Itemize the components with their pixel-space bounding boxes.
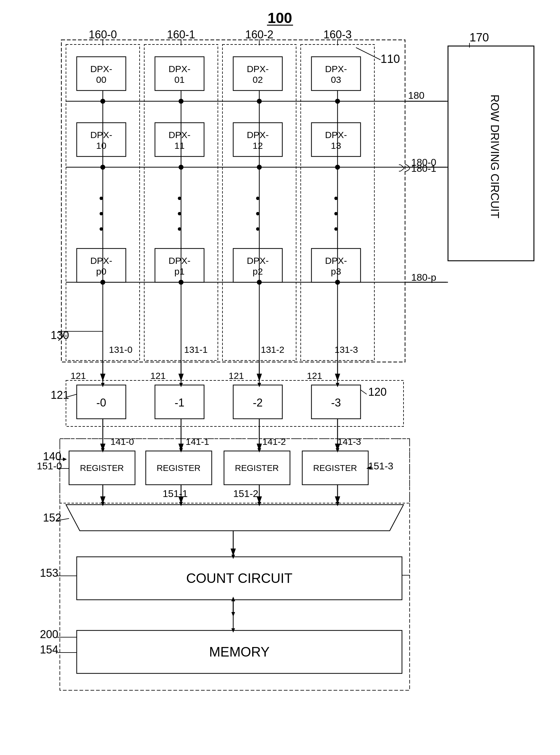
- dpx-p0-num: p0: [96, 266, 106, 277]
- label-151-1: 151-1: [163, 488, 188, 499]
- svg-point-36: [100, 165, 105, 170]
- svg-point-32: [100, 99, 105, 104]
- label-121-0: 121: [71, 371, 86, 381]
- label-154: 154: [40, 643, 58, 656]
- label-160-2: 160-2: [245, 28, 274, 41]
- label-131-0: 131-0: [109, 345, 133, 355]
- dpx-p0-label: DPX-: [90, 256, 112, 266]
- label-121-3: 121: [307, 371, 322, 381]
- dpx-03-num: 03: [331, 75, 341, 85]
- label-131-3: 131-3: [335, 345, 358, 355]
- label-120: 120: [368, 386, 387, 398]
- label-180-p: 180-p: [411, 272, 436, 283]
- count-circuit-label: COUNT CIRCUIT: [186, 571, 293, 586]
- svg-point-33: [179, 99, 183, 104]
- svg-point-41: [179, 280, 183, 285]
- svg-point-42: [257, 280, 262, 285]
- adc-1-label: -1: [175, 396, 184, 409]
- dpx-p2-label: DPX-: [247, 256, 269, 266]
- dpx-00-num: 00: [96, 75, 106, 85]
- adc-3-label: -3: [331, 396, 341, 409]
- dpx-02-label: DPX-: [247, 64, 269, 74]
- dpx-02-num: 02: [253, 75, 263, 85]
- label-121-1: 121: [151, 371, 166, 381]
- register-3-label: REGISTER: [313, 463, 357, 473]
- svg-marker-63: [63, 457, 67, 461]
- label-131-2: 131-2: [261, 345, 284, 355]
- label-121-2: 121: [228, 371, 244, 381]
- label-141-1: 141-1: [186, 436, 209, 447]
- label-151-2: 151-2: [233, 488, 258, 499]
- label-151-3: 151-3: [368, 461, 393, 471]
- label-151-0: 151-0: [37, 461, 62, 471]
- dpx-01-num: 01: [174, 75, 184, 85]
- register-2-label: REGISTER: [235, 463, 279, 473]
- dpx-13-num: 13: [331, 141, 341, 151]
- label-141-3: 141-3: [338, 436, 361, 447]
- dpx-11-num: 11: [174, 141, 184, 151]
- label-180: 180: [408, 90, 424, 101]
- label-141-2: 141-2: [262, 436, 286, 447]
- memory-label: MEMORY: [209, 644, 269, 659]
- svg-marker-80: [66, 505, 403, 531]
- svg-point-40: [100, 280, 105, 285]
- svg-point-34: [257, 99, 262, 104]
- dpx-12-label: DPX-: [247, 130, 269, 140]
- dpx-11-label: DPX-: [168, 130, 191, 140]
- svg-point-37: [179, 165, 183, 170]
- svg-point-38: [257, 165, 262, 170]
- dpx-p3-num: p3: [331, 266, 341, 277]
- dpx-p2-num: p2: [253, 266, 263, 277]
- dpx-p1-num: p1: [174, 266, 184, 277]
- label-180-1: 180-1: [411, 163, 436, 174]
- dpx-12-num: 12: [253, 141, 263, 151]
- dpx-p3-label: DPX-: [325, 256, 347, 266]
- label-131-1: 131-1: [184, 345, 208, 355]
- label-160-0: 160-0: [89, 28, 117, 41]
- adc-0-label: -0: [96, 396, 106, 409]
- register-0-label: REGISTER: [80, 463, 124, 473]
- dpx-p1-label: DPX-: [168, 256, 191, 266]
- main-title: 100: [267, 10, 292, 26]
- label-160-3: 160-3: [323, 28, 352, 41]
- dpx-10-num: 10: [96, 141, 106, 151]
- dpx-13-label: DPX-: [325, 130, 347, 140]
- svg-point-43: [335, 280, 340, 285]
- adc-2-label: -2: [253, 396, 263, 409]
- dpx-03-label: DPX-: [325, 64, 347, 74]
- label-110: 110: [380, 53, 400, 65]
- label-200: 200: [40, 628, 58, 640]
- label-141-0: 141-0: [111, 436, 134, 447]
- label-153: 153: [40, 567, 58, 579]
- label-160-1: 160-1: [167, 28, 195, 41]
- svg-point-39: [335, 165, 340, 170]
- label-152: 152: [43, 511, 61, 524]
- register-1-label: REGISTER: [157, 463, 200, 473]
- label-170: 170: [469, 31, 489, 44]
- dpx-00-label: DPX-: [90, 64, 112, 74]
- label-121-main: 121: [51, 389, 69, 401]
- dpx-10-label: DPX-: [90, 130, 112, 140]
- dpx-01-label: DPX-: [168, 64, 191, 74]
- svg-point-35: [335, 99, 340, 104]
- row-driving-circuit-label: ROW DRIVING CIRCUIT: [488, 95, 501, 219]
- diagram: 100 110 ROW DRIVING CIRCUIT 170 180 180-…: [0, 0, 560, 755]
